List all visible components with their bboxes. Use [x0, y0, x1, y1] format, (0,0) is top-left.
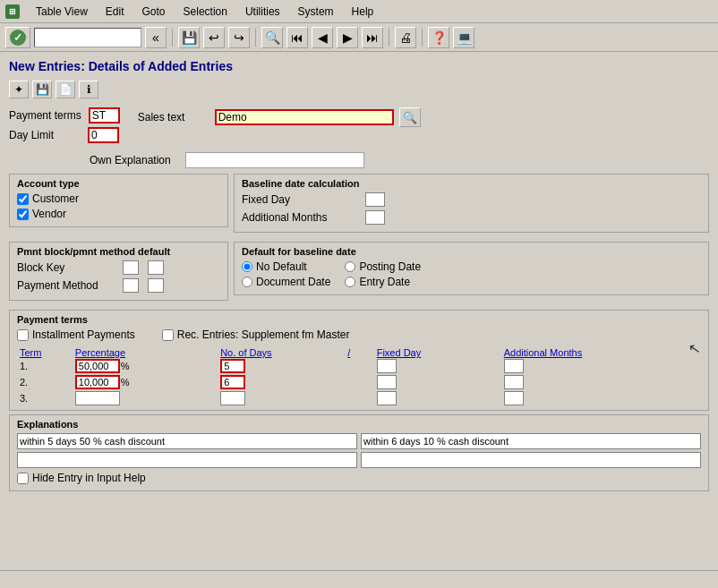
back-button[interactable]: «	[145, 27, 167, 48]
vendor-label: Vendor	[32, 208, 66, 220]
day-limit-input[interactable]	[88, 127, 119, 143]
addlmonths-input-3[interactable]	[504, 391, 524, 405]
status-bar	[0, 570, 718, 588]
pct-input-3[interactable]	[75, 391, 120, 405]
toolbar: ✓ « 💾 ↩ ↪ 🔍 ⏮ ◀ ▶ ⏭ 🖨 ❓ 💻	[0, 23, 718, 52]
sub-btn-copy[interactable]: 📄	[56, 81, 75, 98]
days-input-1[interactable]	[220, 359, 245, 373]
address-bar[interactable]	[34, 28, 141, 47]
col-percentage: Percentage	[73, 347, 218, 358]
block-key-label: Block Key	[17, 261, 115, 274]
separator-2	[255, 29, 256, 47]
save-button[interactable]: 💾	[178, 27, 200, 48]
posting-date-label: Posting Date	[359, 260, 421, 273]
main-content: New Entries: Details of Added Entries ✦ …	[0, 52, 718, 502]
entry-date-label: Entry Date	[359, 276, 410, 288]
nav-prev[interactable]: ◀	[312, 27, 333, 48]
menu-bar: ⊞ Table View Edit Goto Selection Utiliti…	[0, 0, 718, 23]
payment-terms-label: Payment terms	[9, 109, 81, 122]
monitor-button[interactable]: 💻	[453, 27, 474, 48]
term-2: 2.	[17, 374, 73, 390]
document-date-label: Document Date	[256, 276, 330, 288]
sub-toolbar: ✦ 💾 📄 ℹ	[9, 81, 709, 98]
pct-input-2[interactable]	[75, 375, 120, 389]
default-baseline-title: Default for baseline date	[242, 246, 701, 257]
page-title: New Entries: Details of Added Entries	[9, 59, 709, 73]
table-row: 3.	[17, 390, 701, 406]
sub-btn-info[interactable]: ℹ	[79, 81, 98, 98]
rec-entries-checkbox[interactable]	[162, 329, 174, 341]
slash-3	[345, 390, 373, 406]
hide-entry-label: Hide Entry in Input Help	[32, 472, 146, 484]
installment-checkbox[interactable]	[17, 329, 29, 341]
payment-method-label: Payment Method	[17, 279, 115, 292]
menu-system[interactable]: System	[296, 5, 336, 18]
entry-date-radio[interactable]	[345, 277, 355, 287]
menu-edit[interactable]: Edit	[104, 5, 126, 18]
posting-date-radio[interactable]	[345, 261, 355, 272]
menu-table-view[interactable]: Table View	[34, 5, 90, 18]
confirm-button[interactable]: ✓	[5, 27, 30, 48]
days-input-3[interactable]	[220, 391, 245, 405]
term-1: 1.	[17, 358, 73, 374]
menu-utilities[interactable]: Utilities	[244, 5, 282, 18]
menu-help[interactable]: Help	[350, 5, 376, 18]
fixedday-input-3[interactable]	[377, 391, 397, 405]
default-baseline-section: Default for baseline date No Default Doc…	[234, 242, 709, 295]
table-row: 1. %	[17, 358, 701, 374]
payment-method-input2[interactable]	[148, 278, 164, 293]
sub-btn-1[interactable]: ✦	[9, 81, 29, 98]
redo-button[interactable]: ↪	[228, 27, 250, 48]
document-date-radio[interactable]	[242, 277, 252, 287]
hide-entry-checkbox[interactable]	[17, 473, 29, 484]
fixed-day-input[interactable]	[365, 192, 385, 207]
explanation-right-2[interactable]	[361, 452, 701, 468]
payment-terms-section-title: Payment terms	[17, 314, 701, 325]
separator-1	[172, 29, 173, 47]
addlmonths-input-2[interactable]	[504, 375, 524, 389]
menu-selection[interactable]: Selection	[182, 5, 229, 18]
block-key-input1[interactable]	[123, 260, 139, 275]
days-input-2[interactable]	[220, 375, 245, 389]
nav-last[interactable]: ⏭	[362, 27, 383, 48]
help-button[interactable]: ❓	[428, 27, 449, 48]
payment-terms-input[interactable]	[89, 107, 120, 124]
green-check-icon: ✓	[10, 30, 26, 46]
own-explanation-label: Own Explanation	[90, 154, 171, 166]
payment-method-input1[interactable]	[123, 278, 139, 293]
sub-btn-save[interactable]: 💾	[32, 81, 52, 98]
payment-terms-group: Payment terms Day Limit	[9, 107, 120, 147]
explanation-right-1[interactable]	[361, 433, 701, 449]
explanation-left-1[interactable]	[17, 433, 357, 449]
pct-sign-1: %	[121, 361, 130, 371]
undo-button[interactable]: ↩	[203, 27, 225, 48]
col-slash: /	[345, 347, 373, 358]
explanation-left-2[interactable]	[17, 452, 357, 468]
own-explanation-input[interactable]	[185, 152, 364, 168]
customer-checkbox[interactable]	[17, 193, 29, 205]
block-key-input2[interactable]	[148, 260, 164, 275]
account-type-section: Account type Customer Vendor	[9, 174, 228, 227]
fixedday-input-2[interactable]	[377, 375, 397, 389]
pmnt-block-title: Pmnt block/pmnt method default	[17, 246, 220, 257]
fixedday-input-1[interactable]	[377, 359, 397, 373]
addlmonths-input-1[interactable]	[504, 359, 524, 373]
pmnt-block-section: Pmnt block/pmnt method default Block Key…	[9, 242, 228, 301]
sales-text-group: Sales text 🔍	[138, 107, 421, 127]
pct-input-1[interactable]	[75, 359, 120, 373]
nav-next[interactable]: ▶	[337, 27, 358, 48]
col-fixedday: Fixed Day	[374, 347, 501, 358]
sales-text-btn[interactable]: 🔍	[399, 107, 421, 127]
payment-terms-section: Payment terms Installment Payments Rec. …	[9, 310, 709, 411]
print-button[interactable]: 🖨	[395, 27, 416, 48]
explanations-title: Explanations	[17, 419, 701, 430]
col-noofdays: No. of Days	[218, 347, 345, 358]
vendor-checkbox[interactable]	[17, 209, 29, 220]
col-term: Term	[17, 347, 73, 358]
nav-first[interactable]: ⏮	[286, 27, 308, 48]
additional-months-input[interactable]	[365, 210, 385, 225]
sales-text-input[interactable]	[215, 109, 394, 125]
find-button[interactable]: 🔍	[261, 27, 283, 48]
menu-goto[interactable]: Goto	[141, 5, 167, 18]
no-default-radio[interactable]	[242, 261, 252, 272]
